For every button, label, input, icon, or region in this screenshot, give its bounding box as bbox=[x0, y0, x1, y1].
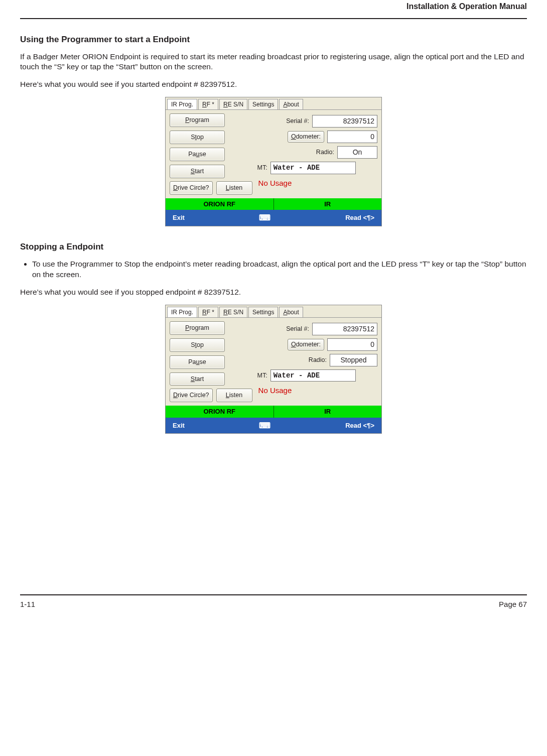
doc-header: Installation & Operation Manual bbox=[20, 1, 527, 12]
keyboard-icon[interactable]: ⌨ bbox=[185, 212, 345, 223]
radio-value: Stopped bbox=[330, 354, 377, 366]
tab-strip: IR Prog. RF * RE S/N Settings About bbox=[166, 97, 381, 110]
radio-value: On bbox=[337, 146, 377, 159]
paragraph: Here’s what you would see if you stopped… bbox=[20, 287, 527, 298]
tab-ir-prog[interactable]: IR Prog. bbox=[167, 99, 197, 109]
no-usage-status: No Usage bbox=[257, 386, 377, 396]
mt-label: MT: bbox=[257, 164, 267, 172]
tab-ir-prog[interactable]: IR Prog. bbox=[167, 307, 197, 317]
status-bar-green: ORION RF IR bbox=[166, 406, 381, 418]
paragraph: If a Badger Meter ORION Endpoint is requ… bbox=[20, 52, 527, 73]
keyboard-icon[interactable]: ⌨ bbox=[185, 420, 345, 431]
tab-re-sn[interactable]: RE S/N bbox=[219, 307, 247, 317]
stop-button[interactable]: Stop bbox=[170, 131, 225, 144]
ir-indicator: IR bbox=[273, 198, 382, 210]
orion-rf-indicator: ORION RF bbox=[166, 406, 273, 418]
paragraph: Here’s what you would see if you started… bbox=[20, 79, 527, 90]
mt-label: MT: bbox=[257, 371, 267, 380]
tab-about[interactable]: About bbox=[279, 99, 303, 109]
serial-label: Serial #: bbox=[286, 117, 309, 125]
odometer-value: 0 bbox=[327, 131, 377, 143]
status-bar-green: ORION RF IR bbox=[166, 198, 381, 210]
section-title-start: Using the Programmer to start a Endpoint bbox=[20, 34, 527, 46]
tab-re-sn[interactable]: RE S/N bbox=[219, 99, 247, 109]
tab-about[interactable]: About bbox=[279, 307, 303, 317]
tab-rf[interactable]: RF * bbox=[198, 99, 218, 109]
bottom-bar: Exit ⌨ Read <¶> bbox=[166, 210, 381, 226]
odometer-value: 0 bbox=[327, 338, 377, 351]
serial-value: 82397512 bbox=[312, 115, 377, 128]
odometer-button[interactable]: Odometer: bbox=[288, 131, 324, 143]
drive-circle-button[interactable]: Drive Circle? bbox=[170, 181, 213, 195]
exit-button[interactable]: Exit bbox=[173, 421, 185, 430]
bullet-item: To use the Programmer to Stop the endpoi… bbox=[32, 259, 527, 280]
mt-value: Water - ADE bbox=[270, 369, 356, 382]
top-rule bbox=[20, 18, 527, 19]
start-button[interactable]: Start bbox=[170, 372, 225, 386]
programmer-screenshot-stopped: IR Prog. RF * RE S/N Settings About Prog… bbox=[165, 305, 382, 434]
section-title-stop: Stopping a Endpoint bbox=[20, 241, 527, 253]
mt-value: Water - ADE bbox=[270, 162, 356, 174]
radio-label: Radio: bbox=[309, 356, 327, 364]
read-button[interactable]: Read <¶> bbox=[345, 421, 374, 430]
listen-button[interactable]: Listen bbox=[216, 389, 252, 402]
programmer-screenshot-started: IR Prog. RF * RE S/N Settings About Prog… bbox=[165, 97, 382, 226]
tab-strip: IR Prog. RF * RE S/N Settings About bbox=[166, 305, 381, 318]
pause-button[interactable]: Pause bbox=[170, 355, 225, 369]
exit-button[interactable]: Exit bbox=[173, 213, 185, 222]
start-button[interactable]: Start bbox=[170, 165, 225, 178]
pause-button[interactable]: Pause bbox=[170, 148, 225, 161]
serial-label: Serial #: bbox=[286, 325, 309, 333]
bullet-list: To use the Programmer to Stop the endpoi… bbox=[32, 259, 527, 280]
footer-left: 1-11 bbox=[20, 599, 35, 609]
listen-button[interactable]: Listen bbox=[216, 181, 252, 195]
no-usage-status: No Usage bbox=[257, 178, 377, 188]
tab-rf[interactable]: RF * bbox=[198, 307, 218, 317]
bottom-bar: Exit ⌨ Read <¶> bbox=[166, 418, 381, 434]
page-footer: 1-11 Page 67 bbox=[20, 595, 527, 609]
orion-rf-indicator: ORION RF bbox=[166, 198, 273, 210]
program-button[interactable]: Program bbox=[170, 113, 225, 127]
radio-label: Radio: bbox=[316, 148, 334, 157]
tab-settings[interactable]: Settings bbox=[248, 99, 278, 109]
odometer-button[interactable]: Odometer: bbox=[288, 339, 324, 350]
serial-value: 82397512 bbox=[312, 323, 377, 335]
ir-indicator: IR bbox=[273, 406, 382, 418]
read-button[interactable]: Read <¶> bbox=[345, 213, 374, 222]
tab-settings[interactable]: Settings bbox=[248, 307, 278, 317]
stop-button[interactable]: Stop bbox=[170, 338, 225, 352]
footer-right: Page 67 bbox=[499, 599, 527, 609]
drive-circle-button[interactable]: Drive Circle? bbox=[170, 389, 213, 402]
program-button[interactable]: Program bbox=[170, 321, 225, 335]
